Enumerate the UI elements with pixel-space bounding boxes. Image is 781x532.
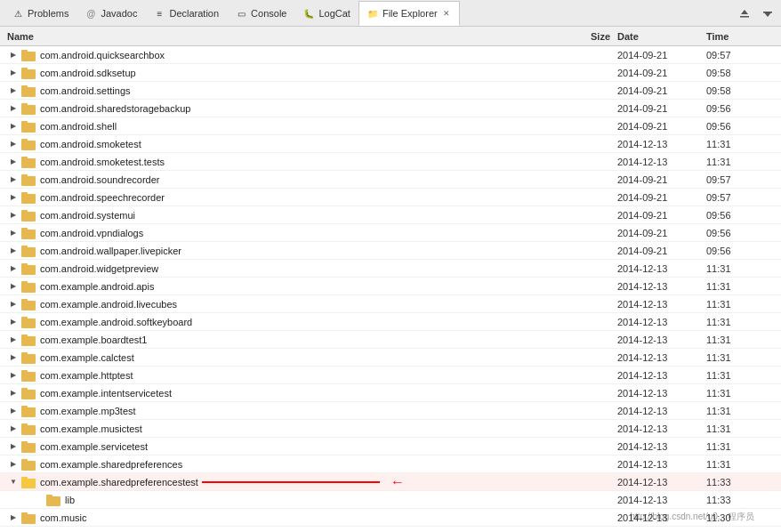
file-time-cell: 09:56 <box>706 210 777 221</box>
file-row[interactable]: ▶com.android.smoketest.tests2014-12-1311… <box>0 153 781 171</box>
expand-arrow-icon[interactable]: ▶ <box>7 173 20 186</box>
file-row[interactable]: ▶com.android.shell2014-09-2109:56 <box>0 117 781 135</box>
col-name-header: Name <box>4 31 555 42</box>
tab-console[interactable]: ▭ Console <box>227 1 294 26</box>
file-row[interactable]: ▶com.example.intentservicetest2014-12-13… <box>0 384 781 402</box>
expand-arrow-icon[interactable]: ▶ <box>7 67 20 79</box>
expand-arrow-icon[interactable]: ▶ <box>7 209 20 222</box>
minimize-panel-button[interactable] <box>735 4 754 23</box>
file-row[interactable]: ▶com.example.sharedpreferences2014-12-13… <box>0 455 781 473</box>
expand-arrow-icon[interactable]: ▶ <box>7 423 20 435</box>
file-time-cell: 11:31 <box>706 139 777 149</box>
tab-javadoc[interactable]: @ Javadoc <box>76 1 145 26</box>
svg-rect-13 <box>21 123 36 133</box>
file-date-cell: 2014-12-13 <box>617 335 706 345</box>
file-row[interactable]: ▶com.example.boardtest12014-12-1311:31 <box>0 331 781 349</box>
folder-icon <box>21 157 36 167</box>
file-row[interactable]: ▶com.android.smoketest2014-12-1311:31 <box>0 135 781 153</box>
file-date-cell: 2014-12-13 <box>617 441 706 452</box>
expand-arrow-icon[interactable] <box>32 494 44 506</box>
expand-arrow-icon[interactable]: ▶ <box>7 102 20 115</box>
file-name-cell: ▶com.android.widgetpreview <box>4 262 555 275</box>
expand-arrow-icon[interactable]: ▶ <box>7 405 20 417</box>
file-row[interactable]: ▶com.example.android.apis2014-12-1311:31 <box>0 278 781 295</box>
file-time-cell: 09:56 <box>706 228 777 238</box>
tab-logcat-label: LogCat <box>318 8 350 19</box>
expand-arrow-icon[interactable]: ▶ <box>7 458 20 471</box>
file-row[interactable]: ▶com.android.widgetpreview2014-12-1311:3… <box>0 260 781 278</box>
expand-arrow-icon[interactable]: ▶ <box>7 351 20 364</box>
expand-arrow-icon[interactable]: ▶ <box>7 316 20 328</box>
file-name-cell: ▶com.example.servicetest <box>4 440 555 453</box>
tab-file-explorer-close[interactable]: ✕ <box>441 8 452 19</box>
expand-arrow-icon[interactable]: ▶ <box>7 120 20 133</box>
expand-arrow-icon[interactable]: ▶ <box>7 138 20 150</box>
file-row[interactable]: lib2014-12-1311:33 <box>0 491 781 509</box>
folder-icon <box>21 281 36 292</box>
file-date-cell: 2014-12-13 <box>617 352 706 363</box>
file-row[interactable]: ▶com.android.vpndialogs2014-09-2109:56 <box>0 224 781 242</box>
expand-arrow-icon[interactable]: ▶ <box>7 156 20 168</box>
file-name-text: com.example.calctest <box>40 352 134 363</box>
file-row[interactable]: ▶com.example.android.softkeyboard2014-12… <box>0 313 781 331</box>
file-row[interactable]: ▶com.example.httptest2014-12-1311:31 <box>0 367 781 384</box>
svg-marker-1 <box>741 10 748 14</box>
file-row[interactable]: ▶com.example.mp3test2014-12-1311:31 <box>0 402 781 420</box>
file-row[interactable]: ▶com.music2014-12-1311:30 <box>0 509 781 527</box>
file-date-cell: 2014-09-21 <box>617 174 706 185</box>
file-name-cell: ▶com.example.mp3test <box>4 405 555 417</box>
expand-arrow-icon[interactable]: ▶ <box>7 369 20 382</box>
expand-arrow-icon[interactable]: ▶ <box>7 280 20 293</box>
file-time-cell: 11:33 <box>706 477 777 488</box>
maximize-panel-button[interactable] <box>758 4 777 23</box>
file-row[interactable]: ▶com.android.quicksearchbox2014-09-2109:… <box>0 46 781 64</box>
svg-rect-31 <box>21 283 36 293</box>
file-time-cell: 09:56 <box>706 121 777 132</box>
svg-rect-41 <box>21 372 36 382</box>
file-row[interactable]: ▶com.android.wallpaper.livepicker2014-09… <box>0 242 781 260</box>
expand-arrow-icon[interactable]: ▼ <box>7 476 20 488</box>
expand-arrow-icon[interactable]: ▶ <box>7 245 20 257</box>
file-row[interactable]: ▶com.android.settings2014-09-2109:58 <box>0 82 781 100</box>
expand-arrow-icon[interactable]: ▶ <box>7 49 20 61</box>
tab-problems[interactable]: ⚠ Problems <box>4 1 76 26</box>
tab-logcat[interactable]: 🐛 LogCat <box>294 1 358 26</box>
folder-icon <box>21 317 36 327</box>
expand-arrow-icon[interactable]: ▶ <box>7 298 20 310</box>
tab-declaration[interactable]: ≡ Declaration <box>145 1 227 26</box>
file-name-text: com.example.intentservicetest <box>40 388 172 399</box>
expand-arrow-icon[interactable]: ▶ <box>7 227 20 239</box>
file-row[interactable]: ▼com.example.sharedpreferencestest←2014-… <box>0 473 781 491</box>
logcat-icon: 🐛 <box>302 7 315 20</box>
svg-rect-5 <box>21 52 36 61</box>
file-name-text: com.example.mp3test <box>40 406 136 416</box>
file-row[interactable]: ▶com.android.sdksetup2014-09-2109:58 <box>0 64 781 82</box>
svg-rect-57 <box>21 514 36 524</box>
javadoc-icon: @ <box>85 7 97 20</box>
file-time-cell: 09:57 <box>706 192 777 203</box>
svg-rect-47 <box>21 425 36 435</box>
expand-arrow-icon[interactable]: ▶ <box>7 387 20 399</box>
expand-arrow-icon[interactable]: ▶ <box>7 334 20 346</box>
file-row[interactable]: ▶com.example.servicetest2014-12-1311:31 <box>0 438 781 455</box>
file-date-cell: 2014-09-21 <box>617 192 706 203</box>
expand-arrow-icon[interactable]: ▶ <box>7 85 20 97</box>
file-row[interactable]: ▶com.example.calctest2014-12-1311:31 <box>0 349 781 367</box>
file-row[interactable]: ▶com.android.sharedstoragebackup2014-09-… <box>0 100 781 117</box>
expand-arrow-icon[interactable]: ▶ <box>7 191 20 204</box>
expand-arrow-icon[interactable]: ▶ <box>7 440 20 453</box>
file-date-cell: 2014-12-13 <box>617 281 706 292</box>
svg-rect-55 <box>46 496 60 506</box>
file-row[interactable]: ▶com.example.android.livecubes2014-12-13… <box>0 295 781 313</box>
expand-arrow-icon[interactable]: ▶ <box>7 262 20 275</box>
expand-arrow-icon[interactable]: ▶ <box>7 512 20 524</box>
file-row[interactable]: ▶com.android.speechrecorder2014-09-2109:… <box>0 189 781 206</box>
file-row[interactable]: ▶com.android.systemui2014-09-2109:56 <box>0 206 781 224</box>
file-row[interactable]: ▶com.android.soundrecorder2014-09-2109:5… <box>0 171 781 189</box>
svg-marker-3 <box>764 12 771 17</box>
svg-rect-35 <box>21 318 36 328</box>
tab-file-explorer[interactable]: 📁 File Explorer ✕ <box>358 1 460 26</box>
file-name-text: com.android.smoketest.tests <box>40 157 165 167</box>
file-row[interactable]: ▶com.example.musictest2014-12-1311:31 <box>0 420 781 438</box>
file-name-text: com.example.android.apis <box>40 281 154 292</box>
